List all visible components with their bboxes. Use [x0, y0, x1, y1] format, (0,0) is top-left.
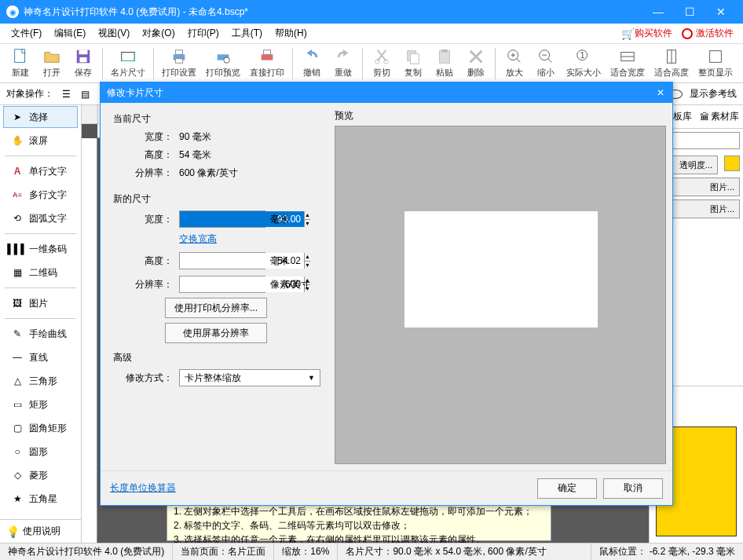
height-input[interactable]: ▲▼	[179, 252, 265, 269]
dialog-close-button[interactable]: ✕	[649, 82, 672, 103]
toolbar-open[interactable]: 打开	[36, 46, 68, 80]
cancel-button[interactable]: 取消	[603, 478, 663, 499]
close-button[interactable]: ✕	[705, 0, 737, 24]
material-icon: 🏛	[700, 112, 709, 123]
toolbar-save[interactable]: 保存	[68, 46, 99, 80]
svg-rect-4	[122, 53, 135, 61]
tool-barcode[interactable]: ▌▌▌一维条码	[3, 238, 78, 260]
printer-res-button[interactable]: 使用打印机分辨率...	[165, 298, 267, 318]
minimize-button[interactable]: —	[642, 0, 674, 24]
tool-select[interactable]: ➤选择	[3, 106, 78, 128]
width-input[interactable]: ▲▼	[179, 210, 265, 228]
toolbar-cut[interactable]: 剪切	[366, 46, 397, 80]
svg-rect-15	[410, 53, 419, 64]
bulb-icon: 💡	[6, 525, 20, 538]
tool-qrcode[interactable]: ▦二维码	[3, 262, 78, 284]
height-spin-down[interactable]: ▼	[305, 262, 310, 269]
subbar-label: 对象操作：	[6, 87, 53, 101]
cur-height-label: 高度：	[126, 148, 173, 162]
tool-scroll[interactable]: ✋滚屏	[3, 130, 78, 152]
maximize-button[interactable]: ☐	[674, 0, 705, 24]
width-spin-up[interactable]: ▲	[305, 211, 310, 220]
help-button[interactable]: 💡使用说明	[0, 519, 81, 543]
menu-tool[interactable]: 工具(T)	[225, 24, 269, 42]
tool-line[interactable]: —直线	[3, 346, 78, 368]
color-swatch[interactable]	[724, 156, 740, 171]
tool-singletext[interactable]: A单行文字	[3, 160, 78, 182]
svg-rect-10	[262, 54, 273, 60]
circle-icon: ○	[10, 445, 24, 459]
activate-button[interactable]: 激活软件	[677, 27, 738, 40]
menu-help[interactable]: 帮助(H)	[269, 24, 313, 42]
toolbar-zoomout[interactable]: 缩小	[530, 46, 562, 80]
layer-icon[interactable]: ▤	[77, 86, 93, 102]
window-title: 神奇名片设计打印软件 4.0 (免费试用) - 未命名4.bscp*	[24, 5, 642, 19]
width-spin-down[interactable]: ▼	[305, 220, 310, 228]
tab-material[interactable]: 🏛素材库	[697, 110, 744, 123]
toolbar-undo[interactable]: 撤销	[296, 46, 328, 80]
status-cardsize: 名片尺寸：90.0 毫米 x 54.0 毫米, 600 像素/英寸	[338, 544, 591, 560]
toolbar-printset[interactable]: 打印设置	[157, 46, 201, 80]
height-spin-up[interactable]: ▲	[305, 253, 310, 262]
toolbar-paste[interactable]: 粘贴	[429, 46, 460, 80]
tool-roundrect[interactable]: ▢圆角矩形	[3, 417, 78, 439]
modify-method-combo[interactable]: 卡片整体缩放▼	[179, 369, 320, 386]
menu-file[interactable]: 文件(F)	[5, 24, 48, 42]
ok-button[interactable]: 确定	[537, 478, 597, 499]
hand-icon: ✋	[10, 134, 24, 148]
unit-converter-link[interactable]: 长度单位换算器	[110, 481, 176, 495]
width-unit: 毫米	[270, 213, 289, 226]
width-label: 宽度：	[126, 213, 173, 226]
toolbar-new[interactable]: 新建	[5, 46, 36, 80]
res-unit: 像素/英寸	[270, 278, 310, 291]
menu-print[interactable]: 打印(P)	[181, 24, 225, 42]
svg-point-9	[224, 57, 229, 63]
tool-ellipse[interactable]: ○圆形	[3, 441, 78, 463]
toolbar-printnow[interactable]: 直接打印	[245, 46, 289, 80]
text-multi-icon: A≡	[10, 188, 24, 202]
toolbar-fitheight[interactable]: 适合高度	[650, 46, 694, 80]
svg-rect-6	[175, 50, 182, 55]
cur-res-label: 分辨率：	[126, 167, 173, 180]
buy-button[interactable]: 🛒购买软件	[617, 27, 677, 40]
menu-view[interactable]: 视图(V)	[92, 24, 136, 42]
toolbar-printpreview[interactable]: 打印预览	[201, 46, 245, 80]
modify-label: 修改方式：	[126, 372, 173, 385]
menu-edit[interactable]: 编辑(E)	[48, 24, 92, 42]
svg-rect-17	[441, 49, 447, 53]
tool-arctext[interactable]: ⟲圆弧文字	[3, 207, 78, 229]
toolbar-delete[interactable]: 删除	[460, 46, 492, 80]
res-label: 分辨率：	[126, 278, 173, 291]
tool-image[interactable]: 🖼图片	[3, 292, 78, 314]
toolbar-actualsize[interactable]: 1实际大小	[562, 46, 606, 80]
tool-diamond[interactable]: ◇菱形	[3, 464, 78, 486]
res-input[interactable]: ▲▼	[179, 276, 265, 293]
toolbar-fitpage[interactable]: 整页显示	[694, 46, 738, 80]
star-icon: ★	[10, 492, 24, 506]
show-guides-toggle[interactable]: 显示参考线	[690, 87, 737, 101]
image-icon: 🖼	[10, 296, 24, 310]
toolbar-copy[interactable]: 复制	[397, 46, 429, 80]
screen-res-button[interactable]: 使用屏幕分辨率	[165, 323, 267, 343]
toolbar-zoomin[interactable]: 放大	[499, 46, 530, 80]
menu-object[interactable]: 对象(O)	[136, 24, 181, 42]
tool-rect[interactable]: ▭矩形	[3, 393, 78, 415]
tool-multitext[interactable]: A≡多行文字	[3, 184, 78, 206]
svg-rect-7	[175, 59, 182, 64]
swap-wh-link[interactable]: 交换宽高	[179, 232, 324, 246]
tool-star[interactable]: ★五角星	[3, 488, 78, 510]
preview-card	[404, 211, 598, 328]
help-line-1: 1. 左侧对象栏中选择一个工具后，在画布区域按住鼠标左键拖动，即可添加一个元素；	[174, 504, 544, 518]
height-unit: 毫米	[270, 254, 289, 268]
svg-rect-0	[15, 49, 25, 63]
toolbar-fitwidth[interactable]: 适合宽度	[606, 46, 650, 80]
status-zoom: 缩放：16%	[274, 544, 338, 560]
tool-triangle[interactable]: △三角形	[3, 370, 78, 392]
tool-freehand[interactable]: ✎手绘曲线	[3, 323, 78, 345]
align-icon[interactable]: ☰	[58, 86, 74, 102]
toolbar-cardsize[interactable]: 名片尺寸	[106, 46, 150, 80]
toolbar-redo[interactable]: 重做	[328, 46, 359, 80]
diamond-icon: ◇	[10, 468, 24, 482]
preview-label: 预览	[335, 109, 666, 123]
current-size-group: 当前尺寸 宽度：90 毫米 高度：54 毫米 分辨率：600 像素/英寸	[110, 112, 324, 185]
